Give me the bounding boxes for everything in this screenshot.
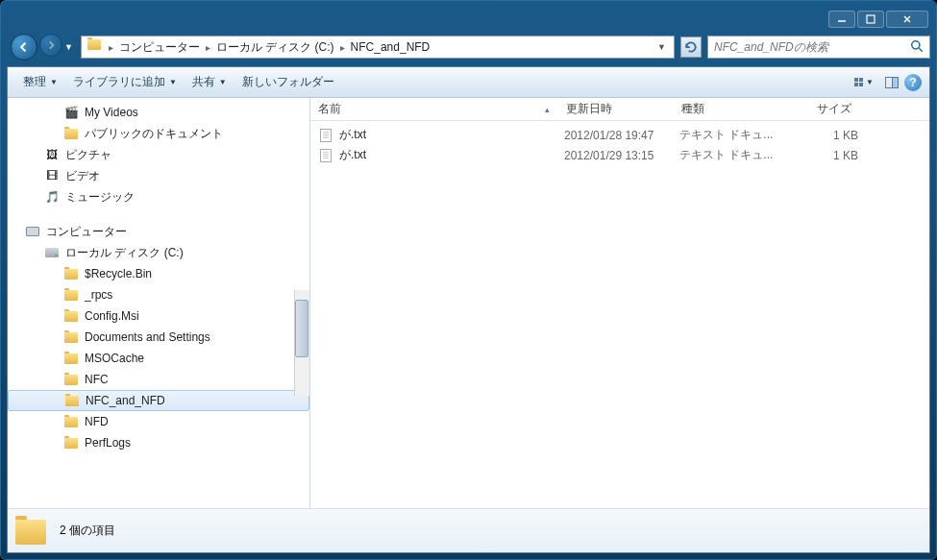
computer-icon [25, 224, 40, 239]
back-button[interactable] [11, 34, 37, 61]
tree-music[interactable]: 🎵ミュージック [8, 186, 309, 207]
column-type[interactable]: 種類 [674, 98, 785, 120]
search-box[interactable] [707, 36, 930, 59]
video-folder-icon: 🎬 [63, 105, 79, 120]
file-panel: 名前▴ 更新日時 種類 サイズ が.txt 2012/01/28 19:47 テ… [310, 98, 929, 508]
tree-local-disk[interactable]: ローカル ディスク (C:) [8, 242, 309, 263]
crumb-computer[interactable]: コンピューター [115, 37, 204, 58]
chevron-right-icon[interactable]: ▸ [107, 42, 115, 53]
titlebar [7, 7, 930, 32]
video-icon: 🎞 [44, 168, 60, 183]
maximize-button[interactable] [857, 11, 884, 28]
folder-icon [63, 266, 79, 281]
search-input[interactable] [714, 40, 910, 54]
drive-icon [44, 245, 60, 260]
tree-folder[interactable]: Config.Msi [8, 305, 309, 327]
music-icon: 🎵 [44, 189, 60, 205]
tree-folder-current[interactable]: NFC_and_NFD [8, 390, 309, 411]
status-bar: 2 個の項目 [8, 508, 929, 552]
tree-video[interactable]: 🎞ビデオ [8, 165, 309, 186]
text-file-icon [318, 128, 333, 143]
folder-icon [63, 414, 79, 429]
file-list[interactable]: が.txt 2012/01/28 19:47 テキスト ドキュ... 1 KB … [310, 121, 929, 508]
svg-rect-1 [867, 15, 875, 23]
folder-icon [87, 39, 103, 55]
tree-my-videos[interactable]: 🎬My Videos [8, 102, 309, 123]
preview-pane-button[interactable] [879, 73, 904, 92]
status-text: 2 個の項目 [60, 523, 115, 539]
help-button[interactable]: ? [904, 74, 922, 91]
folder-icon [64, 393, 80, 408]
navbar: ▼ ▸ コンピューター ▸ ローカル ディスク (C:) ▸ NFC_and_N… [7, 32, 930, 62]
preview-pane-icon [885, 77, 899, 88]
address-bar[interactable]: ▸ コンピューター ▸ ローカル ディスク (C:) ▸ NFC_and_NFD… [81, 36, 675, 59]
folder-icon [63, 287, 79, 303]
text-file-icon [318, 148, 333, 163]
breadcrumb: ▸ コンピューター ▸ ローカル ディスク (C:) ▸ NFC_and_NFD [107, 37, 652, 58]
sort-ascending-icon: ▴ [545, 105, 550, 114]
add-to-library-button[interactable]: ライブラリに追加▼ [65, 70, 185, 94]
search-icon[interactable] [910, 39, 924, 56]
address-dropdown[interactable]: ▼ [652, 42, 672, 52]
chevron-right-icon[interactable]: ▸ [204, 42, 212, 53]
svg-line-5 [919, 48, 923, 52]
file-row[interactable]: が.txt 2012/01/28 19:47 テキスト ドキュ... 1 KB [310, 125, 929, 145]
crumb-folder[interactable]: NFC_and_NFD [347, 37, 434, 58]
crumb-drive[interactable]: ローカル ディスク (C:) [212, 37, 338, 58]
view-mode-button[interactable]: ▼ [849, 74, 879, 90]
folder-icon [63, 351, 79, 366]
column-date[interactable]: 更新日時 [558, 98, 674, 120]
navigation-tree[interactable]: 🎬My Videos パブリックのドキュメント 🖼ピクチャ 🎞ビデオ 🎵ミュージ… [8, 98, 310, 508]
file-row[interactable]: が.txt 2012/01/29 13:15 テキスト ドキュ... 1 KB [310, 145, 929, 165]
folder-icon [63, 308, 79, 324]
svg-point-4 [912, 40, 920, 48]
tree-folder[interactable]: _rpcs [8, 284, 309, 305]
tree-pictures[interactable]: 🖼ピクチャ [8, 144, 309, 165]
main-area: 🎬My Videos パブリックのドキュメント 🖼ピクチャ 🎞ビデオ 🎵ミュージ… [8, 98, 929, 508]
folder-icon [63, 329, 79, 345]
explorer-window: ▼ ▸ コンピューター ▸ ローカル ディスク (C:) ▸ NFC_and_N… [0, 0, 937, 560]
toolbar: 整理▼ ライブラリに追加▼ 共有▼ 新しいフォルダー ▼ ? [8, 67, 929, 98]
close-button[interactable] [886, 11, 928, 28]
tree-folder[interactable]: PerfLogs [8, 432, 309, 453]
folder-icon [63, 435, 79, 450]
folder-icon [63, 372, 79, 387]
content-area: 整理▼ ライブラリに追加▼ 共有▼ 新しいフォルダー ▼ ? 🎬My Video… [7, 66, 930, 553]
organize-button[interactable]: 整理▼ [15, 70, 65, 94]
refresh-button[interactable] [680, 37, 702, 58]
tree-computer[interactable]: コンピューター [8, 221, 309, 242]
new-folder-button[interactable]: 新しいフォルダー [234, 70, 342, 94]
tree-folder[interactable]: MSOCache [8, 348, 309, 369]
tree-folder[interactable]: $Recycle.Bin [8, 263, 309, 284]
share-button[interactable]: 共有▼ [185, 70, 234, 94]
chevron-right-icon[interactable]: ▸ [338, 42, 347, 53]
minimize-button[interactable] [828, 11, 855, 28]
forward-button[interactable] [39, 34, 62, 57]
column-headers: 名前▴ 更新日時 種類 サイズ [310, 98, 929, 121]
column-size[interactable]: サイズ [785, 98, 860, 120]
view-grid-icon [854, 78, 863, 86]
folder-large-icon [15, 517, 50, 546]
folder-icon [63, 126, 79, 141]
tree-folder[interactable]: NFD [8, 411, 309, 432]
scrollbar-thumb[interactable] [295, 300, 308, 357]
tree-folder[interactable]: Documents and Settings [8, 327, 309, 348]
history-dropdown[interactable]: ▼ [64, 42, 73, 52]
pictures-icon: 🖼 [44, 147, 60, 162]
column-name[interactable]: 名前▴ [310, 98, 558, 120]
tree-public-docs[interactable]: パブリックのドキュメント [8, 123, 309, 144]
tree-folder[interactable]: NFC [8, 369, 309, 390]
